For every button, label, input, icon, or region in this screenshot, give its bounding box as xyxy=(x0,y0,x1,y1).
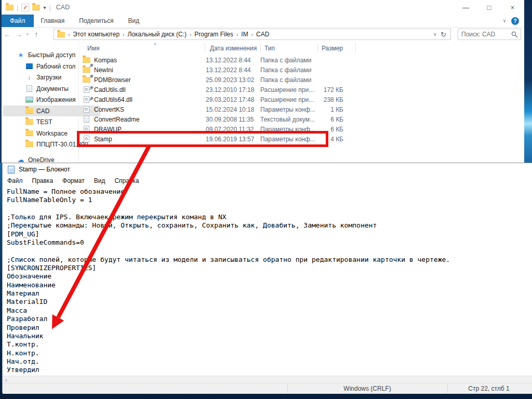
file-type: Параметры конф... xyxy=(260,126,317,133)
search-icon[interactable] xyxy=(511,31,518,38)
address-bar[interactable]: › Этот компьютер › Локальный диск (C:) ›… xyxy=(54,29,451,40)
breadcrumb-cad[interactable]: CAD xyxy=(256,31,269,38)
column-header-size[interactable]: Размер xyxy=(322,45,343,52)
forward-button[interactable]: → xyxy=(13,30,24,38)
menu-file[interactable]: Файл xyxy=(3,177,28,184)
folder-icon xyxy=(25,141,33,147)
scroll-left-icon[interactable]: ‹ xyxy=(5,377,7,383)
breadcrumb-im[interactable]: IM xyxy=(241,31,248,38)
chevron-down-icon[interactable]: ˅ xyxy=(503,18,506,24)
file-date: 13.12.2022 8:44 xyxy=(206,57,260,64)
qat-dropdown-icon[interactable]: ▾ xyxy=(43,5,46,10)
horizontal-scrollbar[interactable]: ‹ xyxy=(3,376,532,383)
file-size: 4 КБ xyxy=(317,136,343,143)
menu-view[interactable]: Вид xyxy=(89,177,110,184)
breadcrumb-separator: › xyxy=(190,32,191,37)
breadcrumb-separator: › xyxy=(68,32,70,37)
separator: | xyxy=(49,4,50,11)
up-button[interactable]: ↑ xyxy=(31,30,42,38)
notepad-menubar: Файл Правка Формат Вид Справка xyxy=(3,176,532,186)
desktop-background: | ✓ ▾ | CAD — □ × Файл Главная Поделитьс… xyxy=(0,0,532,399)
close-button[interactable]: × xyxy=(501,0,524,15)
file-row-cadutils64-dll[interactable]: ⚙CadUtils64.dll 29.03.2012 17:48 Расшире… xyxy=(78,95,524,104)
config-file-icon: ⚙ xyxy=(82,136,90,142)
downloads-icon: ↓ xyxy=(25,74,33,81)
file-date: 09.07.2020 11:32 xyxy=(206,126,260,133)
breadcrumb-this-pc[interactable]: Этот компьютер xyxy=(73,31,119,38)
address-dropdown-icon[interactable]: ˅ xyxy=(433,32,436,37)
file-row-cadutils-dll[interactable]: ⚙CadUtils.dll 23.12.2010 17:18 Расширени… xyxy=(78,85,524,95)
file-row-kompas[interactable]: Kompas 13.12.2022 8:44 Папка с файлами xyxy=(78,55,524,65)
file-type: Параметры конф... xyxy=(260,136,317,143)
file-rows: Kompas 13.12.2022 8:44 Папка с файлами N… xyxy=(78,55,524,144)
sidebar-item-label: Рабочий стол xyxy=(36,63,75,70)
text-line: Проверил xyxy=(7,324,532,332)
file-type: Расширение при... xyxy=(260,96,317,103)
back-button[interactable]: ← xyxy=(2,30,13,38)
folder-icon xyxy=(82,77,90,83)
text-file-icon xyxy=(82,116,90,123)
text-line-nachalnik: Начальник xyxy=(7,332,532,340)
file-name: Kompas xyxy=(94,57,117,64)
sidebar-item-label: TEST xyxy=(36,118,52,126)
help-icon[interactable]: ? xyxy=(511,17,519,25)
tab-home[interactable]: Главная xyxy=(34,15,72,27)
text-line: ;Перекрытые команды: Новый, Открыть, сох… xyxy=(7,221,532,230)
file-size: 6 КБ xyxy=(317,116,343,123)
breadcrumb-separator: › xyxy=(236,32,238,37)
text-line: Нач.отд. xyxy=(7,357,532,366)
file-row-pdmbrowser[interactable]: PDMBrowser 25.09.2023 13:02 Папка с файл… xyxy=(78,75,524,85)
column-header-type[interactable]: Тип xyxy=(264,45,275,52)
maximize-button[interactable]: □ xyxy=(477,0,501,15)
file-name: PDMBrowser xyxy=(94,76,131,84)
search-box xyxy=(458,29,521,40)
menu-edit[interactable]: Правка xyxy=(28,177,58,184)
file-name: CadUtils.dll xyxy=(94,86,126,94)
text-line: SubstFileCommands=0 xyxy=(7,238,532,247)
column-header-name[interactable]: Имя xyxy=(87,45,99,52)
text-line: Н.контр. xyxy=(7,349,532,357)
explorer-window: | ✓ ▾ | CAD — □ × Файл Главная Поделитьс… xyxy=(0,0,524,163)
file-date: 29.03.2012 17:48 xyxy=(206,96,260,103)
tab-file[interactable]: Файл xyxy=(2,15,34,27)
text-line: ;Только для IPS. Включаек режим перекрыт… xyxy=(7,213,532,221)
menu-format[interactable]: Формат xyxy=(58,177,89,184)
file-size: 238 КБ xyxy=(317,96,343,103)
refresh-icon[interactable]: ↻ xyxy=(441,31,446,38)
column-header-date[interactable]: Дата изменения xyxy=(210,45,257,52)
file-date: 15.02.2024 10:18 xyxy=(206,106,260,113)
minimize-button[interactable]: — xyxy=(454,0,477,15)
address-bar-row: ← → ˅ ↑ › Этот компьютер › Локальный дис… xyxy=(2,28,524,41)
text-line: Материал xyxy=(7,289,532,298)
notepad-text-area[interactable]: FullName = Полное обозначение FullNameTa… xyxy=(3,186,532,377)
tab-view[interactable]: Вид xyxy=(121,15,147,27)
tab-share[interactable]: Поделиться xyxy=(72,15,121,27)
text-line: FullNameTableOnly = 1 xyxy=(7,196,532,204)
sort-ascending-icon: ˄ xyxy=(154,42,156,47)
file-type: Параметры конф... xyxy=(260,106,317,113)
recent-locations-icon[interactable]: ˅ xyxy=(24,32,31,37)
file-row-drawup[interactable]: ⚙DRAWUP 09.07.2020 11:32 Параметры конф.… xyxy=(78,124,524,134)
file-row-convertreadme[interactable]: ConvertReadme 30.09.2008 11:35 Текстовый… xyxy=(78,114,524,124)
file-row-convertks[interactable]: ⚙ConvertKS 15.02.2024 10:18 Параметры ко… xyxy=(78,104,524,114)
text-line xyxy=(7,205,532,213)
file-size: 6 КБ xyxy=(317,126,343,133)
file-name: CadUtils64.dll xyxy=(94,96,132,103)
breadcrumb-program-files[interactable]: Program Files xyxy=(194,31,233,38)
notepad-titlebar: Stamp — Блокнот xyxy=(3,163,532,176)
text-line: MaterialID xyxy=(7,298,532,306)
search-input[interactable] xyxy=(458,31,511,38)
star-icon: ★ xyxy=(17,51,25,59)
folder-icon[interactable] xyxy=(32,5,40,10)
status-line-ending: Windows (CRLF) xyxy=(287,385,447,392)
menu-help[interactable]: Справка xyxy=(110,177,143,184)
file-row-stamp[interactable]: ⚙Stamp 19.06.2019 13:57 Параметры конф..… xyxy=(78,134,524,144)
navigation-pane: ★ Быстрый доступ Рабочий стол ↓ Загрузки… xyxy=(3,42,79,163)
explorer-body: ★ Быстрый доступ Рабочий стол ↓ Загрузки… xyxy=(3,42,524,163)
file-name: ConvertKS xyxy=(94,106,124,113)
file-row-newini[interactable]: NewIni 13.12.2022 8:44 Папка с файлами xyxy=(78,65,524,75)
breadcrumb-local-disk-c[interactable]: Локальный диск (C:) xyxy=(127,31,187,38)
text-line: Утвердил xyxy=(7,366,532,374)
properties-check-icon[interactable]: ✓ xyxy=(21,4,29,11)
file-type: Папка с файлами xyxy=(260,57,317,64)
